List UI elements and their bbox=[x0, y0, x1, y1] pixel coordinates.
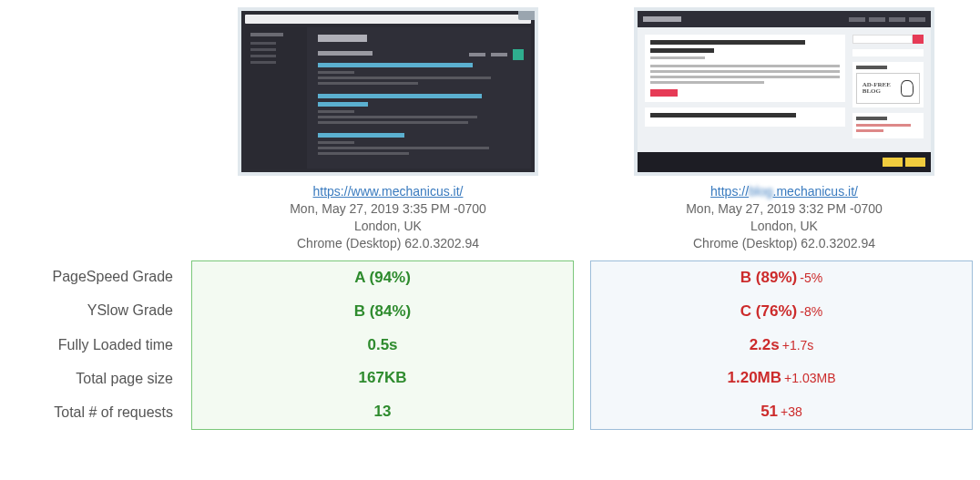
test-timestamp-right: Mon, May 27, 2019 3:32 PM -0700 bbox=[686, 201, 883, 216]
metric-labels-column: PageSpeed Grade YSlow Grade Fully Loaded… bbox=[0, 260, 191, 430]
result-yslow-left: B (84%) bbox=[192, 298, 573, 325]
test-location-right: London, UK bbox=[750, 219, 818, 233]
results-left-box: A (94%) B (84%) 0.5s 167KB 13 bbox=[191, 260, 574, 430]
test-browser-right: Chrome (Desktop) 62.0.3202.94 bbox=[693, 236, 875, 250]
test-meta-right: https://blog.mechanicus.it/ Mon, May 27,… bbox=[686, 183, 883, 252]
results-right-box: B (89%)-5% C (76%)-8% 2.2s+1.7s 1.20MB+1… bbox=[590, 260, 973, 430]
result-loaded-right: 2.2s+1.7s bbox=[591, 332, 972, 359]
test-url-right[interactable]: https://blog.mechanicus.it/ bbox=[710, 184, 858, 199]
screenshot-thumbnail-left[interactable] bbox=[238, 7, 538, 176]
test-browser-left: Chrome (Desktop) 62.0.3202.94 bbox=[297, 236, 479, 250]
result-loaded-left: 0.5s bbox=[192, 332, 573, 359]
result-pagespeed-right: B (89%)-5% bbox=[591, 264, 972, 291]
label-pagespeed: PageSpeed Grade bbox=[0, 263, 173, 291]
test-timestamp-left: Mon, May 27, 2019 3:35 PM -0700 bbox=[290, 201, 486, 216]
result-pagesize-right: 1.20MB+1.03MB bbox=[591, 364, 972, 392]
test-location-left: London, UK bbox=[354, 219, 422, 233]
test-meta-left: https://www.mechanicus.it/ Mon, May 27, … bbox=[290, 183, 486, 252]
screenshot-thumbnail-right[interactable]: AD-FREEBLOG bbox=[634, 7, 934, 176]
comparison-right-panel: AD-FREEBLOG bbox=[590, 0, 978, 252]
label-yslow: YSlow Grade bbox=[0, 297, 173, 324]
comparison-left-panel: https://www.mechanicus.it/ Mon, May 27, … bbox=[191, 0, 585, 252]
result-yslow-right: C (76%)-8% bbox=[591, 298, 972, 325]
label-requests: Total # of requests bbox=[0, 399, 173, 426]
test-url-left[interactable]: https://www.mechanicus.it/ bbox=[313, 184, 464, 199]
result-pagesize-left: 167KB bbox=[192, 364, 573, 392]
label-page-size: Total page size bbox=[0, 365, 173, 393]
result-pagespeed-left: A (94%) bbox=[192, 264, 573, 291]
label-loaded-time: Fully Loaded time bbox=[0, 332, 173, 359]
result-requests-left: 13 bbox=[192, 398, 573, 425]
result-requests-right: 51+38 bbox=[591, 398, 972, 425]
